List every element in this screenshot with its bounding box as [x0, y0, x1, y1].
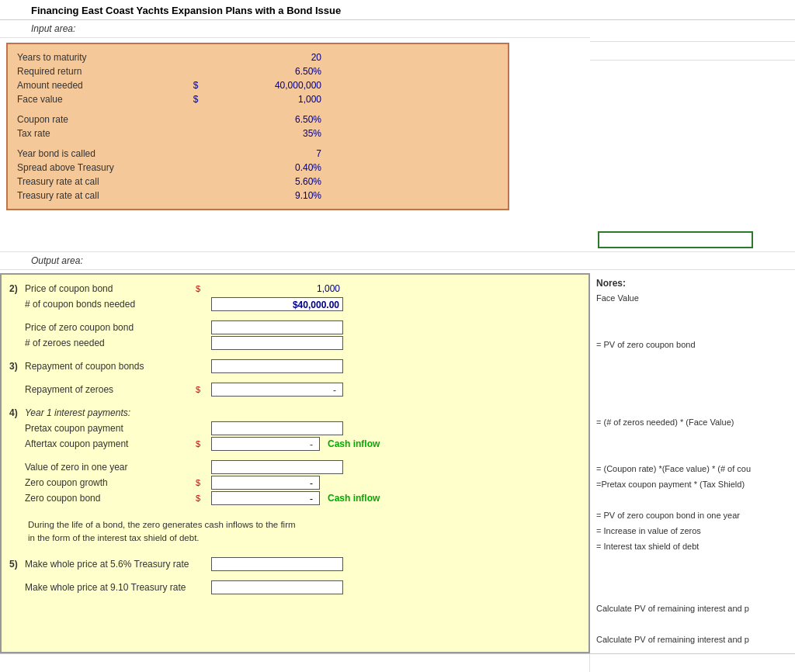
repayment-zeroes-row: Repayment of zeroes $ -: [9, 382, 581, 397]
amount-needed-value: 40,000,000: [203, 80, 328, 91]
repayment-zeroes-label: Repayment of zeroes: [25, 384, 196, 395]
year1-interest-label: Year 1 interest payments:: [25, 407, 196, 418]
note-coupon-rate-formula: = (Coupon rate) *(Face value) * (# of co…: [596, 462, 789, 478]
face-value-label: Face value: [17, 94, 188, 105]
zero-coupon-bond-row: Zero coupon bond $ - Cash inflow: [9, 490, 581, 506]
make-whole-910-input[interactable]: [211, 580, 343, 594]
face-value-row: Face value $ 1,000: [17, 92, 498, 106]
pretax-coupon-row: Pretax coupon payment: [9, 421, 581, 436]
note-interest-tax-shield: = Interest tax shield of debt: [596, 540, 789, 556]
num-coupon-bonds-label: # of coupon bonds needed: [25, 299, 196, 310]
repayment-zeroes-dollar: $: [196, 385, 211, 394]
face-value-dollar: $: [188, 94, 203, 105]
item2-header-row: 2) Price of coupon bond $ 1,000: [9, 281, 581, 296]
amount-needed-label: Amount needed: [17, 80, 188, 91]
item4-row: 4) Year 1 interest payments:: [9, 405, 581, 421]
years-to-maturity-row: Years to maturity 20: [17, 50, 498, 64]
treasury-rate-call2-label: Treasury rate at call: [17, 190, 188, 201]
price-zero-coupon-input[interactable]: [211, 320, 343, 334]
treasury-rate-call1-row: Treasury rate at call 5.60%: [17, 175, 498, 189]
coupon-rate-label: Coupon rate: [17, 114, 188, 125]
make-whole-910-label: Make whole price at 9.10 Treasury rate: [25, 582, 196, 593]
aftertax-coupon-row: Aftertax coupon payment $ - Cash inflow: [9, 436, 581, 452]
treasury-rate-call1-label: Treasury rate at call: [17, 176, 188, 187]
tax-rate-value: 35%: [203, 128, 328, 139]
item5-number: 5): [9, 559, 25, 570]
zero-coupon-growth-input[interactable]: -: [211, 476, 320, 490]
note-increase-zeros: = Increase in value of zeros: [596, 525, 789, 540]
spread-above-treasury-value: 0.40%: [203, 162, 328, 173]
required-return-label: Required return: [17, 66, 188, 77]
face-value-value: 1,000: [203, 94, 328, 105]
spread-above-treasury-label: Spread above Treasury: [17, 162, 188, 173]
num-coupon-bonds-input[interactable]: $40,000.00: [211, 297, 343, 311]
output-left: 2) Price of coupon bond $ 1,000 # of cou…: [0, 273, 590, 653]
tax-rate-row: Tax rate 35%: [17, 126, 498, 140]
item4-number: 4): [9, 407, 25, 418]
pretax-coupon-input[interactable]: [211, 421, 343, 435]
make-whole-910-row: Make whole price at 9.10 Treasury rate: [9, 580, 581, 595]
input-area: Years to maturity 20 Required return 6.5…: [6, 43, 509, 210]
year-bond-called-row: Year bond is called 7: [17, 147, 498, 161]
year-bond-called-value: 7: [203, 148, 328, 159]
make-whole-56-label: Make whole price at 5.6% Treasury rate: [25, 559, 196, 570]
notes-header: Nores:: [596, 278, 789, 289]
aftertax-cash-inflow: Cash inflow: [328, 438, 405, 449]
coupon-rate-value: 6.50%: [203, 114, 328, 125]
value-zero-row: Value of zero in one year: [9, 459, 581, 475]
note-pretax-coupon-formula: =Pretax coupon payment * (Tax Shield): [596, 478, 789, 494]
green-cell[interactable]: [598, 231, 753, 248]
years-to-maturity-value: 20: [203, 52, 328, 63]
num-zeroes-label: # of zeroes needed: [25, 338, 196, 348]
notes-area: Nores: Face Value = PV of zero coupon bo…: [590, 273, 795, 653]
pretax-coupon-label: Pretax coupon payment: [25, 423, 196, 434]
aftertax-coupon-label: Aftertax coupon payment: [25, 438, 196, 449]
item2-number: 2): [9, 283, 25, 294]
repayment-coupon-input[interactable]: [211, 359, 343, 373]
output-area: 2) Price of coupon bond $ 1,000 # of cou…: [0, 273, 795, 653]
amount-needed-row: Amount needed $ 40,000,000: [17, 78, 498, 92]
price-zero-coupon-label: Price of zero coupon bond: [25, 322, 196, 333]
input-area-label: Input area:: [0, 20, 590, 38]
zero-coupon-bond-label: Zero coupon bond: [25, 493, 196, 504]
value-zero-input[interactable]: [211, 460, 343, 474]
make-whole-56-input[interactable]: [211, 557, 343, 571]
spreadsheet: Financing East Coast Yachts Expansion Pl…: [0, 0, 795, 672]
price-coupon-bond-label: Price of coupon bond: [25, 283, 196, 294]
aftertax-coupon-input[interactable]: -: [211, 437, 320, 451]
top-section: Input area: Years to maturity 20 Require…: [0, 20, 795, 248]
item3-row: 3) Repayment of coupon bonds: [9, 359, 581, 374]
zero-coupon-growth-row: Zero coupon growth $ -: [9, 475, 581, 490]
treasury-rate-call2-row: Treasury rate at call 9.10%: [17, 189, 498, 203]
note-calc-pv-56: Calculate PV of remaining interest and p: [596, 602, 789, 618]
zero-coupon-bond-dollar: $: [196, 494, 211, 503]
repayment-coupon-label: Repayment of coupon bonds: [25, 361, 196, 372]
treasury-rate-call1-value: 5.60%: [203, 176, 328, 187]
price-zero-coupon-row: Price of zero coupon bond: [9, 320, 581, 335]
year-bond-called-label: Year bond is called: [17, 148, 188, 159]
price-coupon-dollar: $: [196, 284, 211, 293]
spreadsheet-title: Financing East Coast Yachts Expansion Pl…: [31, 5, 341, 16]
zero-coupon-bond-input[interactable]: -: [211, 491, 320, 505]
top-right-empty: [590, 20, 795, 248]
spread-above-treasury-row: Spread above Treasury 0.40%: [17, 161, 498, 175]
tax-rate-label: Tax rate: [17, 128, 188, 139]
num-coupon-bonds-row: # of coupon bonds needed $40,000.00: [9, 296, 581, 312]
coupon-rate-row: Coupon rate 6.50%: [17, 113, 498, 126]
zero-coupon-cash-inflow: Cash inflow: [328, 493, 405, 504]
required-return-value: 6.50%: [203, 66, 328, 77]
title-row: Financing East Coast Yachts Expansion Pl…: [0, 0, 795, 20]
note-calc-pv-910: Calculate PV of remaining interest and p: [596, 633, 789, 649]
item3-number: 3): [9, 361, 25, 372]
required-return-row: Required return 6.50%: [17, 64, 498, 78]
amount-needed-dollar: $: [188, 80, 203, 91]
note-pv-zero-one-year: = PV of zero coupon bond in one year: [596, 509, 789, 525]
value-zero-label: Value of zero in one year: [25, 462, 196, 473]
output-area-label: Output area:: [0, 251, 795, 270]
num-zeroes-input[interactable]: [211, 336, 343, 350]
aftertax-dollar: $: [196, 439, 211, 449]
note-face-value: Face Value: [596, 292, 789, 307]
repayment-zeroes-input[interactable]: -: [211, 383, 343, 397]
note-pv-zero-coupon: = PV of zero coupon bond: [596, 338, 789, 354]
explanation-paragraph: During the life of a bond, the zero gene…: [9, 514, 581, 549]
